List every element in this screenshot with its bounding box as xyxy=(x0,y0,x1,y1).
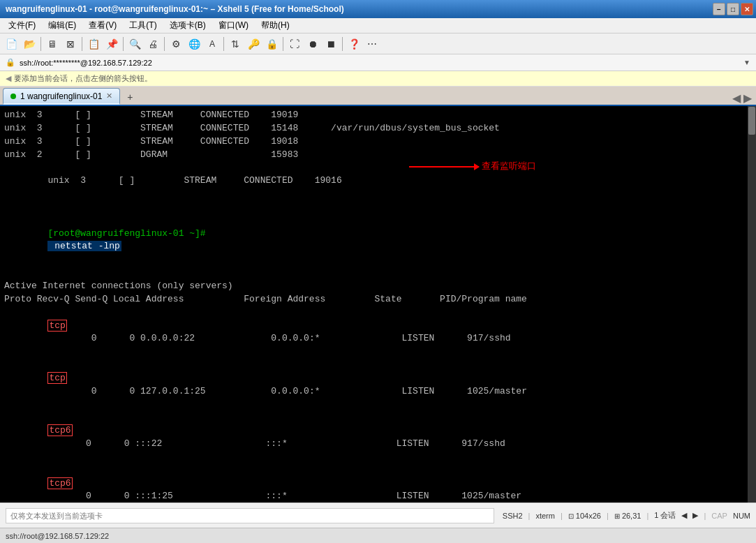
title-text: wangruifenglinux-01 - root@wangruifengli… xyxy=(3,4,344,14)
title-bar: wangruifenglinux-01 - root@wangruifengli… xyxy=(0,0,756,18)
annotation-text: 查看监听端口 xyxy=(479,160,536,173)
settings-button[interactable]: ⚙ xyxy=(168,36,184,52)
minimize-button[interactable]: − xyxy=(713,3,725,15)
toolbar-sep-1 xyxy=(40,37,41,51)
arrow-icon: ◀ xyxy=(6,74,11,83)
copy-button[interactable]: 📋 xyxy=(85,36,102,52)
status-xterm: xterm xyxy=(535,512,555,520)
scrollbar[interactable] xyxy=(748,106,756,503)
terminal-wrapper: unix 3 [ ] STREAM CONNECTED 19019 unix 3… xyxy=(0,106,756,503)
tab-status-dot xyxy=(10,94,16,99)
toolbar: 📄 📂 🖥 ⊠ 📋 📌 🔍 🖨 ⚙ 🌐 A ⇅ 🔑 🔒 ⛶ ⏺ ⏹ ❓ ⋯ xyxy=(0,34,756,54)
toolbar-sep-7 xyxy=(342,37,343,51)
info-bar: ◀ 要添加当前会话，点击左侧的箭头按钮。 xyxy=(0,71,756,87)
terminal-size: ⊡ 104x26 xyxy=(568,512,601,520)
transfer-button[interactable]: ⇅ xyxy=(227,36,244,52)
terminal-line-4: unix 2 [ ] DGRAM 15983 xyxy=(4,149,745,162)
address-value: ssh://root:*********@192.168.57.129:22 xyxy=(20,59,152,67)
open-button[interactable]: 📂 xyxy=(21,36,38,52)
address-bar: 🔒 ssh://root:*********@192.168.57.129:22… xyxy=(0,54,756,71)
font-button[interactable]: A xyxy=(204,36,221,52)
lock-button[interactable]: 🔒 xyxy=(263,36,280,52)
tab-next-button[interactable]: ▶ xyxy=(743,91,752,105)
cursor-icon: ⊞ xyxy=(614,512,620,520)
info-text: 要添加当前会话，点击左侧的箭头按钮。 xyxy=(14,73,152,84)
window-controls: − □ ✕ xyxy=(713,3,753,15)
toolbar-sep-3 xyxy=(123,37,124,51)
scrollbar-thumb[interactable] xyxy=(748,107,755,135)
toolbar-sep-6 xyxy=(283,37,283,51)
num-indicator: NUM xyxy=(733,512,750,520)
terminal-tcp-1: tcp 0 0 0.0.0.0:22 0.0.0.0:* LISTEN 917/… xyxy=(4,306,745,359)
cursor-pos: ⊞ 26,31 xyxy=(614,512,642,520)
status-ssh: SSH2 xyxy=(503,512,523,520)
help-button[interactable]: ❓ xyxy=(346,36,362,52)
session-count: 1 会话 xyxy=(654,510,676,521)
terminal-line-5: unix 3 [ ] STREAM CONNECTED 19016 查看监听端口 xyxy=(4,161,745,214)
tab-label: 1 wangruifenglinux-01 xyxy=(20,91,102,101)
stop-button[interactable]: ⏹ xyxy=(323,36,339,52)
terminal-command-line: [root@wangruifenglinux-01 ~]# netstat -l… xyxy=(4,214,745,280)
lock-icon: 🔒 xyxy=(6,58,15,67)
globe-button[interactable]: 🌐 xyxy=(186,36,202,52)
terminal-line-1: unix 3 [ ] STREAM CONNECTED 19019 xyxy=(4,109,745,122)
tab-1[interactable]: 1 wangruifenglinux-01 ✕ xyxy=(3,88,120,105)
terminal-header-1: Active Internet connections (only server… xyxy=(4,280,745,293)
menu-tools[interactable]: 工具(T) xyxy=(124,18,162,33)
menu-help[interactable]: 帮助(H) xyxy=(255,18,295,33)
status-right: SSH2 | xterm | ⊡ 104x26 | ⊞ 26,31 | 1 会话… xyxy=(503,510,750,521)
next-session-button[interactable]: ▶ xyxy=(692,511,698,520)
terminal-col-headers: Proto Recv-Q Send-Q Local Address Foreig… xyxy=(4,293,745,306)
terminal[interactable]: unix 3 [ ] STREAM CONNECTED 19019 unix 3… xyxy=(0,106,756,503)
connect-button[interactable]: 🖥 xyxy=(44,36,61,52)
toolbar-sep-2 xyxy=(82,37,82,51)
caps-indicator: CAP xyxy=(711,512,727,520)
tab-bar: 1 wangruifenglinux-01 ✕ + ◀ ▶ xyxy=(0,87,756,106)
menu-tabs[interactable]: 选项卡(B) xyxy=(164,18,212,33)
terminal-line-3: unix 3 [ ] STREAM CONNECTED 19018 xyxy=(4,135,745,149)
toolbar-sep-5 xyxy=(223,37,224,51)
print-button[interactable]: 🖨 xyxy=(144,36,161,52)
tab-close-button[interactable]: ✕ xyxy=(106,91,112,101)
bottom-bar: ssh://root@192.168.57.129:22 xyxy=(0,528,756,543)
disconnect-button[interactable]: ⊠ xyxy=(62,36,79,52)
search-button[interactable]: 🔍 xyxy=(126,36,143,52)
prev-session-button[interactable]: ◀ xyxy=(681,511,687,520)
paste-button[interactable]: 📌 xyxy=(103,36,120,52)
key-button[interactable]: 🔑 xyxy=(245,36,262,52)
menu-view[interactable]: 查看(V) xyxy=(83,18,122,33)
menu-window[interactable]: 窗口(W) xyxy=(213,18,254,33)
connection-info: ssh://root@192.168.57.129:22 xyxy=(6,532,109,540)
maximize-button[interactable]: □ xyxy=(727,3,739,15)
terminal-line-2: unix 3 [ ] STREAM CONNECTED 15148 /var/r… xyxy=(4,122,745,135)
tab-navigation: ◀ ▶ xyxy=(732,91,756,105)
terminal-tcp6-1: tcp6 0 0 :::22 :::* LISTEN 917/sshd xyxy=(4,411,745,463)
size-icon: ⊡ xyxy=(568,512,574,520)
status-bar: SSH2 | xterm | ⊡ 104x26 | ⊞ 26,31 | 1 会话… xyxy=(0,503,756,528)
expand-button[interactable]: ⛶ xyxy=(286,36,303,52)
menu-bar: 文件(F) 编辑(E) 查看(V) 工具(T) 选项卡(B) 窗口(W) 帮助(… xyxy=(0,18,756,34)
extra-button[interactable]: ⋯ xyxy=(364,36,380,52)
terminal-content: unix 3 [ ] STREAM CONNECTED 19019 unix 3… xyxy=(4,109,745,503)
close-button[interactable]: ✕ xyxy=(741,3,753,15)
toolbar-sep-4 xyxy=(164,37,165,51)
tab-prev-button[interactable]: ◀ xyxy=(732,91,741,105)
menu-edit[interactable]: 编辑(E) xyxy=(43,18,82,33)
send-input[interactable] xyxy=(6,508,494,523)
address-dropdown[interactable]: ▼ xyxy=(743,59,750,66)
terminal-tcp6-2: tcp6 0 0 :::1:25 :::* LISTEN 1025/master xyxy=(4,464,745,503)
new-tab-button[interactable]: + xyxy=(123,89,137,105)
terminal-tcp-2: tcp 0 0 127.0.0.1:25 0.0.0.0:* LISTEN 10… xyxy=(4,359,745,411)
arrow-graphic xyxy=(409,166,479,168)
menu-file[interactable]: 文件(F) xyxy=(3,18,41,33)
new-session-button[interactable]: 📄 xyxy=(3,36,20,52)
record-button[interactable]: ⏺ xyxy=(304,36,321,52)
